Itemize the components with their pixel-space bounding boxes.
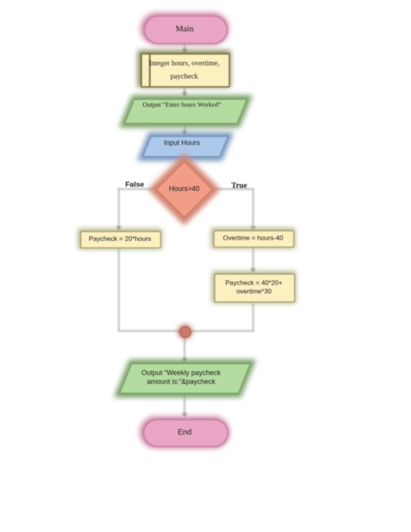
input-hours-label: Input Hours bbox=[145, 135, 219, 151]
branch-label-true: True bbox=[224, 179, 255, 191]
merge-node bbox=[180, 326, 191, 338]
process-paycheck-simple-label: Paycheck = 20*hours bbox=[80, 231, 159, 247]
decision-label: Hours>40 bbox=[154, 182, 214, 196]
branch-label-false: False bbox=[119, 179, 150, 190]
terminator-end-label: End bbox=[143, 419, 226, 445]
flowchart-canvas: Main Integer hours, overtime, paycheck O… bbox=[0, 0, 411, 532]
process-overtime-label: Overtime = hours-40 bbox=[214, 230, 293, 246]
process-paycheck-overtime-label: Paycheck = 40*20+ overtime*30 bbox=[217, 275, 291, 300]
output-result-label: Output “Weekly paycheck amount is:”&payc… bbox=[131, 366, 231, 389]
declaration-label: Integer hours, overtime, paycheck bbox=[143, 54, 225, 85]
output-prompt-label: Output “Enter hours Worked” bbox=[128, 97, 236, 113]
terminator-start-label: Main bbox=[144, 15, 225, 42]
